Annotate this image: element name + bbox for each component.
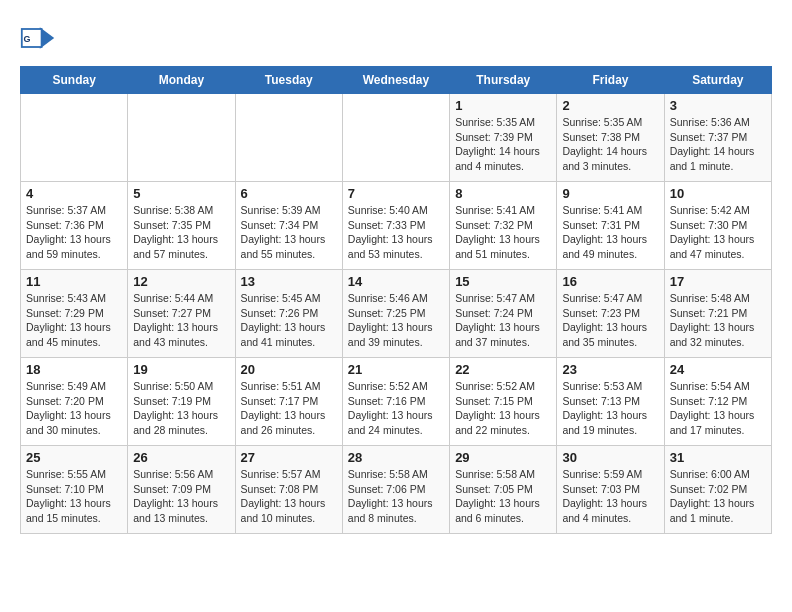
calendar-cell: 10Sunrise: 5:42 AMSunset: 7:30 PMDayligh… bbox=[664, 182, 771, 270]
day-number: 17 bbox=[670, 274, 766, 289]
day-info: Sunrise: 5:41 AMSunset: 7:31 PMDaylight:… bbox=[562, 203, 658, 262]
calendar-cell: 30Sunrise: 5:59 AMSunset: 7:03 PMDayligh… bbox=[557, 446, 664, 534]
logo-icon: G bbox=[20, 20, 56, 56]
calendar-cell bbox=[128, 94, 235, 182]
day-info: Sunrise: 5:35 AMSunset: 7:39 PMDaylight:… bbox=[455, 115, 551, 174]
calendar-body: 1Sunrise: 5:35 AMSunset: 7:39 PMDaylight… bbox=[21, 94, 772, 534]
day-number: 14 bbox=[348, 274, 444, 289]
day-number: 10 bbox=[670, 186, 766, 201]
day-number: 27 bbox=[241, 450, 337, 465]
calendar-cell bbox=[235, 94, 342, 182]
calendar-cell: 6Sunrise: 5:39 AMSunset: 7:34 PMDaylight… bbox=[235, 182, 342, 270]
calendar-week-3: 11Sunrise: 5:43 AMSunset: 7:29 PMDayligh… bbox=[21, 270, 772, 358]
calendar-cell: 20Sunrise: 5:51 AMSunset: 7:17 PMDayligh… bbox=[235, 358, 342, 446]
day-number: 3 bbox=[670, 98, 766, 113]
day-number: 21 bbox=[348, 362, 444, 377]
calendar-cell: 19Sunrise: 5:50 AMSunset: 7:19 PMDayligh… bbox=[128, 358, 235, 446]
calendar-cell: 18Sunrise: 5:49 AMSunset: 7:20 PMDayligh… bbox=[21, 358, 128, 446]
day-number: 1 bbox=[455, 98, 551, 113]
col-friday: Friday bbox=[557, 67, 664, 94]
calendar-cell: 7Sunrise: 5:40 AMSunset: 7:33 PMDaylight… bbox=[342, 182, 449, 270]
day-info: Sunrise: 5:59 AMSunset: 7:03 PMDaylight:… bbox=[562, 467, 658, 526]
day-number: 5 bbox=[133, 186, 229, 201]
svg-text:G: G bbox=[24, 34, 31, 44]
col-monday: Monday bbox=[128, 67, 235, 94]
calendar-cell: 2Sunrise: 5:35 AMSunset: 7:38 PMDaylight… bbox=[557, 94, 664, 182]
calendar-cell: 12Sunrise: 5:44 AMSunset: 7:27 PMDayligh… bbox=[128, 270, 235, 358]
calendar-cell: 17Sunrise: 5:48 AMSunset: 7:21 PMDayligh… bbox=[664, 270, 771, 358]
calendar-cell: 25Sunrise: 5:55 AMSunset: 7:10 PMDayligh… bbox=[21, 446, 128, 534]
calendar-cell: 11Sunrise: 5:43 AMSunset: 7:29 PMDayligh… bbox=[21, 270, 128, 358]
day-info: Sunrise: 5:49 AMSunset: 7:20 PMDaylight:… bbox=[26, 379, 122, 438]
calendar-cell: 23Sunrise: 5:53 AMSunset: 7:13 PMDayligh… bbox=[557, 358, 664, 446]
calendar-cell: 26Sunrise: 5:56 AMSunset: 7:09 PMDayligh… bbox=[128, 446, 235, 534]
day-number: 26 bbox=[133, 450, 229, 465]
col-saturday: Saturday bbox=[664, 67, 771, 94]
calendar-cell: 22Sunrise: 5:52 AMSunset: 7:15 PMDayligh… bbox=[450, 358, 557, 446]
calendar-week-2: 4Sunrise: 5:37 AMSunset: 7:36 PMDaylight… bbox=[21, 182, 772, 270]
day-info: Sunrise: 5:37 AMSunset: 7:36 PMDaylight:… bbox=[26, 203, 122, 262]
calendar-week-4: 18Sunrise: 5:49 AMSunset: 7:20 PMDayligh… bbox=[21, 358, 772, 446]
day-number: 4 bbox=[26, 186, 122, 201]
calendar-cell bbox=[21, 94, 128, 182]
calendar-cell: 15Sunrise: 5:47 AMSunset: 7:24 PMDayligh… bbox=[450, 270, 557, 358]
day-info: Sunrise: 5:46 AMSunset: 7:25 PMDaylight:… bbox=[348, 291, 444, 350]
day-info: Sunrise: 5:58 AMSunset: 7:06 PMDaylight:… bbox=[348, 467, 444, 526]
day-info: Sunrise: 5:42 AMSunset: 7:30 PMDaylight:… bbox=[670, 203, 766, 262]
day-number: 25 bbox=[26, 450, 122, 465]
day-number: 13 bbox=[241, 274, 337, 289]
day-info: Sunrise: 5:50 AMSunset: 7:19 PMDaylight:… bbox=[133, 379, 229, 438]
day-info: Sunrise: 5:54 AMSunset: 7:12 PMDaylight:… bbox=[670, 379, 766, 438]
logo: G bbox=[20, 20, 60, 56]
day-number: 29 bbox=[455, 450, 551, 465]
day-number: 2 bbox=[562, 98, 658, 113]
calendar-cell: 29Sunrise: 5:58 AMSunset: 7:05 PMDayligh… bbox=[450, 446, 557, 534]
day-number: 24 bbox=[670, 362, 766, 377]
day-number: 16 bbox=[562, 274, 658, 289]
day-number: 12 bbox=[133, 274, 229, 289]
day-number: 18 bbox=[26, 362, 122, 377]
day-info: Sunrise: 5:56 AMSunset: 7:09 PMDaylight:… bbox=[133, 467, 229, 526]
col-tuesday: Tuesday bbox=[235, 67, 342, 94]
calendar-cell: 14Sunrise: 5:46 AMSunset: 7:25 PMDayligh… bbox=[342, 270, 449, 358]
day-info: Sunrise: 5:35 AMSunset: 7:38 PMDaylight:… bbox=[562, 115, 658, 174]
day-info: Sunrise: 5:47 AMSunset: 7:23 PMDaylight:… bbox=[562, 291, 658, 350]
calendar-cell: 4Sunrise: 5:37 AMSunset: 7:36 PMDaylight… bbox=[21, 182, 128, 270]
day-number: 7 bbox=[348, 186, 444, 201]
calendar-cell: 1Sunrise: 5:35 AMSunset: 7:39 PMDaylight… bbox=[450, 94, 557, 182]
day-info: Sunrise: 5:51 AMSunset: 7:17 PMDaylight:… bbox=[241, 379, 337, 438]
day-number: 15 bbox=[455, 274, 551, 289]
day-number: 6 bbox=[241, 186, 337, 201]
calendar-cell: 8Sunrise: 5:41 AMSunset: 7:32 PMDaylight… bbox=[450, 182, 557, 270]
day-number: 19 bbox=[133, 362, 229, 377]
col-wednesday: Wednesday bbox=[342, 67, 449, 94]
calendar-header: Sunday Monday Tuesday Wednesday Thursday… bbox=[21, 67, 772, 94]
calendar-cell: 24Sunrise: 5:54 AMSunset: 7:12 PMDayligh… bbox=[664, 358, 771, 446]
day-number: 8 bbox=[455, 186, 551, 201]
calendar-cell: 5Sunrise: 5:38 AMSunset: 7:35 PMDaylight… bbox=[128, 182, 235, 270]
day-number: 23 bbox=[562, 362, 658, 377]
day-number: 11 bbox=[26, 274, 122, 289]
day-info: Sunrise: 5:52 AMSunset: 7:16 PMDaylight:… bbox=[348, 379, 444, 438]
col-thursday: Thursday bbox=[450, 67, 557, 94]
calendar-cell bbox=[342, 94, 449, 182]
page-header: G bbox=[20, 20, 772, 56]
day-info: Sunrise: 5:47 AMSunset: 7:24 PMDaylight:… bbox=[455, 291, 551, 350]
day-number: 22 bbox=[455, 362, 551, 377]
day-number: 20 bbox=[241, 362, 337, 377]
day-info: Sunrise: 5:52 AMSunset: 7:15 PMDaylight:… bbox=[455, 379, 551, 438]
day-info: Sunrise: 5:38 AMSunset: 7:35 PMDaylight:… bbox=[133, 203, 229, 262]
calendar-table: Sunday Monday Tuesday Wednesday Thursday… bbox=[20, 66, 772, 534]
day-info: Sunrise: 5:45 AMSunset: 7:26 PMDaylight:… bbox=[241, 291, 337, 350]
day-info: Sunrise: 5:36 AMSunset: 7:37 PMDaylight:… bbox=[670, 115, 766, 174]
header-row: Sunday Monday Tuesday Wednesday Thursday… bbox=[21, 67, 772, 94]
day-info: Sunrise: 5:40 AMSunset: 7:33 PMDaylight:… bbox=[348, 203, 444, 262]
day-info: Sunrise: 5:55 AMSunset: 7:10 PMDaylight:… bbox=[26, 467, 122, 526]
day-number: 9 bbox=[562, 186, 658, 201]
day-number: 30 bbox=[562, 450, 658, 465]
calendar-cell: 28Sunrise: 5:58 AMSunset: 7:06 PMDayligh… bbox=[342, 446, 449, 534]
day-info: Sunrise: 5:48 AMSunset: 7:21 PMDaylight:… bbox=[670, 291, 766, 350]
day-number: 28 bbox=[348, 450, 444, 465]
day-info: Sunrise: 5:57 AMSunset: 7:08 PMDaylight:… bbox=[241, 467, 337, 526]
day-number: 31 bbox=[670, 450, 766, 465]
